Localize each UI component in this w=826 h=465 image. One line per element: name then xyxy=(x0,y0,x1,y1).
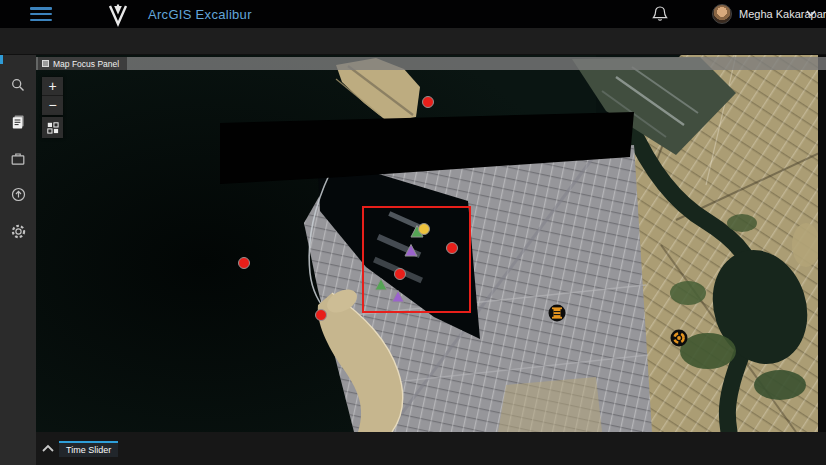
map-edge-gutter xyxy=(818,55,826,432)
chevron-up-icon[interactable] xyxy=(40,442,56,456)
red-circle-marker[interactable] xyxy=(447,243,458,254)
basemap-grid-button[interactable] xyxy=(42,117,63,138)
red-circle-marker[interactable] xyxy=(395,269,406,280)
grid-icon xyxy=(47,122,59,134)
app-title: ArcGIS Excalibur xyxy=(148,7,252,22)
poi-wheel-marker[interactable] xyxy=(671,330,688,347)
sidebar-item-upload[interactable] xyxy=(0,177,36,211)
hamburger-menu-icon[interactable] xyxy=(30,7,52,21)
map-canvas[interactable] xyxy=(36,55,826,432)
app-header: ArcGIS Excalibur Megha Kakaraparti xyxy=(0,0,826,28)
poi-barrel-marker[interactable] xyxy=(549,305,566,322)
time-slider-label: Time Slider xyxy=(66,445,111,455)
yellow-circle-marker[interactable] xyxy=(419,224,430,235)
bell-icon[interactable] xyxy=(650,5,670,23)
projects-icon xyxy=(10,114,26,130)
time-slider-tab[interactable]: Time Slider xyxy=(59,441,118,457)
upload-icon xyxy=(10,186,27,203)
chevron-down-icon[interactable] xyxy=(806,10,816,17)
gear-icon xyxy=(10,223,27,240)
briefcase-icon xyxy=(10,151,26,167)
search-icon xyxy=(10,77,26,93)
map-focus-panel-tab[interactable]: Map Focus Panel xyxy=(38,57,127,70)
red-circle-marker[interactable] xyxy=(239,258,250,269)
red-circle-marker[interactable] xyxy=(423,97,434,108)
map-focus-bar: Map Focus Panel xyxy=(36,57,826,70)
zoom-controls: + − xyxy=(42,77,63,115)
page-toolbar xyxy=(0,28,826,55)
map-container: Map Focus Panel + − xyxy=(36,55,826,432)
sidebar-item-cases[interactable] xyxy=(0,142,36,176)
sidebar-item-settings[interactable] xyxy=(0,214,36,248)
sidebar-item-search[interactable] xyxy=(0,68,36,102)
excalibur-logo xyxy=(106,3,130,27)
zoom-out-button[interactable]: − xyxy=(42,96,63,115)
sidebar xyxy=(0,28,36,465)
user-avatar[interactable] xyxy=(712,4,732,24)
focus-panel-icon xyxy=(42,60,49,67)
sidebar-item-projects[interactable] xyxy=(0,105,36,139)
zoom-in-button[interactable]: + xyxy=(42,77,63,96)
red-circle-marker[interactable] xyxy=(316,310,327,321)
focus-panel-label: Map Focus Panel xyxy=(53,59,119,69)
bottom-bar: Time Slider xyxy=(36,432,826,465)
